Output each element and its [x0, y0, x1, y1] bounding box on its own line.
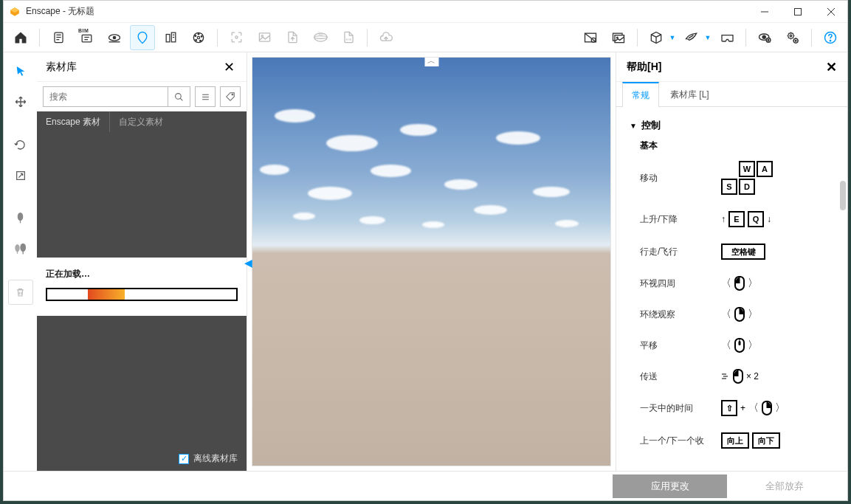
motion-lines-icon	[721, 373, 730, 380]
cube-manage-button[interactable]	[644, 25, 669, 50]
window-title: Enscape - 无标题	[26, 5, 94, 18]
chevron-up-icon[interactable]: ︿	[424, 57, 438, 66]
arrow-down-icon: ↓	[767, 214, 771, 224]
row-label: 平移	[640, 339, 721, 352]
section-title: 控制	[641, 119, 661, 132]
material-tabs: Enscape 素材 自定义素材	[37, 111, 247, 132]
svg-line-57	[180, 98, 182, 100]
exe-export-button[interactable]: EXE	[336, 25, 361, 50]
svg-point-12	[113, 36, 115, 38]
titlebar: Enscape - 无标题	[4, 1, 847, 23]
key-w: W	[739, 161, 755, 177]
apply-button[interactable]: 应用更改	[613, 474, 727, 498]
panorama-button[interactable]: 360	[308, 25, 333, 50]
key-shift: ⇧	[721, 400, 737, 416]
delete-tool[interactable]	[8, 280, 33, 305]
offline-checkbox[interactable]: ✓ 离线素材库	[179, 452, 238, 465]
svg-point-21	[201, 35, 202, 37]
loading-indicator: 正在加载…	[37, 258, 247, 316]
scrollbar-thumb[interactable]	[840, 181, 846, 210]
svg-rect-14	[166, 35, 170, 42]
batch-render-button[interactable]	[252, 25, 277, 50]
svg-point-20	[198, 33, 199, 35]
minimize-button[interactable]	[748, 1, 781, 23]
caret-down-icon[interactable]: ▼	[630, 122, 637, 130]
svg-point-23	[196, 39, 197, 41]
row-label: 上升/下降	[640, 213, 721, 226]
row-label: 一天中的时间	[640, 402, 721, 415]
screenshot-button[interactable]	[224, 25, 249, 50]
site-context-button[interactable]	[158, 25, 183, 50]
row-label: 上一个/下一个收	[640, 435, 721, 447]
svg-point-25	[235, 36, 237, 38]
help-tabs: 常规 素材库 [L]	[616, 82, 847, 107]
close-button[interactable]	[814, 1, 847, 23]
mouse-right-icon	[762, 401, 772, 415]
svg-point-24	[195, 35, 196, 36]
safe-area-button[interactable]	[578, 25, 603, 50]
key-e: E	[728, 211, 745, 227]
chevron-down-icon[interactable]: ▼	[704, 34, 712, 41]
svg-rect-55	[22, 252, 23, 255]
video-path-button[interactable]	[186, 25, 211, 50]
tab-custom-materials[interactable]: 自定义素材	[110, 111, 172, 132]
main-toolbar: BIM 360 EXE ▼ ▼	[4, 23, 847, 52]
close-icon[interactable]: ✕	[826, 59, 837, 75]
svg-point-56	[176, 93, 182, 99]
tab-enscape-materials[interactable]: Enscape 素材	[37, 111, 110, 132]
export-button[interactable]	[280, 25, 305, 50]
mouse-mid-icon	[734, 338, 745, 353]
svg-point-46	[795, 40, 796, 41]
material-library-panel: 素材库 ✕ Enscape 素材 自定义素材 正在加载…	[37, 52, 247, 471]
chevron-down-icon[interactable]: ▼	[669, 34, 676, 41]
tag-icon[interactable]	[220, 86, 241, 107]
loading-text: 正在加载…	[46, 268, 238, 280]
tab-asset-library[interactable]: 素材库 [L]	[661, 82, 719, 106]
app-window: Enscape - 无标题 BIM 360 EXE ▼ ▼	[3, 0, 848, 501]
arrow-up-icon: ↑	[721, 214, 726, 224]
panel-title: 素材库	[46, 61, 77, 74]
close-icon[interactable]: ✕	[221, 56, 238, 78]
viewport[interactable]: ︿	[252, 57, 611, 466]
app-logo-icon	[10, 7, 20, 17]
svg-point-43	[788, 32, 794, 38]
single-tree-tool[interactable]	[8, 206, 33, 231]
svg-text:360: 360	[318, 32, 323, 36]
wing-button[interactable]	[679, 25, 704, 50]
help-title: 帮助[H]	[627, 61, 661, 74]
reload-tool[interactable]	[8, 132, 33, 157]
maximize-button[interactable]	[781, 1, 814, 23]
multi-tree-tool[interactable]	[8, 237, 33, 262]
svg-text:EXE: EXE	[345, 38, 351, 41]
collapse-panel-caret[interactable]: ◀	[244, 257, 252, 269]
view-manage-button[interactable]	[102, 25, 127, 50]
help-panel: 帮助[H] ✕ 常规 素材库 [L] ▼控制 基本 移动 W A S	[616, 52, 847, 471]
list-view-icon[interactable]	[195, 86, 216, 107]
settings-button[interactable]	[780, 25, 805, 50]
home-button[interactable]	[8, 25, 33, 50]
row-label: 行走/飞行	[640, 246, 721, 258]
svg-point-52	[15, 244, 19, 252]
discard-button[interactable]: 全部放弃	[727, 474, 841, 498]
asset-library-button[interactable]	[130, 25, 155, 50]
tab-general[interactable]: 常规	[622, 82, 659, 107]
bottom-bar: 应用更改 全部放弃	[4, 471, 847, 500]
help-content: ▼控制 基本 移动 W A S D 上升/下降	[616, 107, 847, 471]
clipboard-button[interactable]	[46, 25, 71, 50]
gallery-button[interactable]	[606, 25, 631, 50]
row-label: 传送	[640, 370, 721, 383]
help-button[interactable]	[818, 25, 843, 50]
search-icon[interactable]	[168, 87, 190, 106]
scale-tool[interactable]	[8, 163, 33, 188]
svg-rect-36	[615, 35, 624, 42]
move-tool[interactable]	[8, 89, 33, 114]
svg-point-40	[762, 35, 765, 38]
vr-button[interactable]	[714, 25, 740, 50]
bim-info-button[interactable]: BIM	[74, 25, 99, 50]
select-tool[interactable]	[8, 58, 33, 83]
search-input[interactable]	[44, 87, 168, 106]
visual-settings-button[interactable]	[752, 25, 777, 50]
cloud-button[interactable]	[373, 25, 399, 50]
body: 素材库 ✕ Enscape 素材 自定义素材 正在加载…	[4, 52, 847, 471]
material-preview-area	[37, 132, 247, 258]
